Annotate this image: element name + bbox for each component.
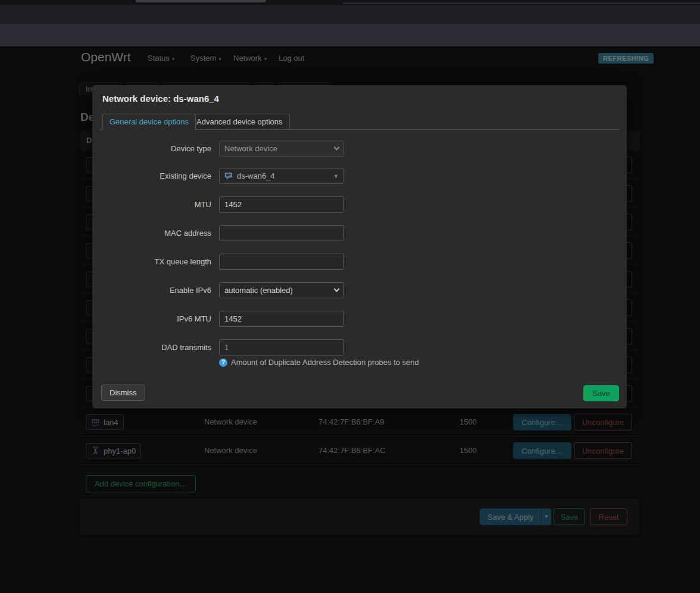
- dad-transmits-input[interactable]: [219, 339, 344, 355]
- field-existing-device: Existing device ds-wan6_4 ▼: [92, 168, 627, 184]
- field-mtu: MTU: [92, 196, 627, 213]
- browser-toolbar: [0, 24, 700, 46]
- enable-ipv6-select[interactable]: automatic (enabled): [219, 282, 344, 298]
- tab-general-device-options[interactable]: General device options: [102, 114, 196, 130]
- browser-tab-bar: [0, 5, 700, 24]
- browser-tab-fragment: [136, 0, 266, 2]
- dad-transmits-help: ? Amount of Duplicate Address Detection …: [219, 358, 419, 367]
- modal-save-button[interactable]: Save: [583, 385, 619, 401]
- network-device-modal: Network device: ds-wan6_4 General device…: [92, 85, 627, 408]
- device-type-select[interactable]: Network device: [219, 141, 344, 157]
- mac-address-input[interactable]: [219, 225, 344, 241]
- field-ipv6-mtu: IPv6 MTU: [92, 311, 627, 327]
- tab-advanced-device-options[interactable]: Advanced device options: [189, 114, 290, 129]
- help-icon: ?: [219, 358, 227, 367]
- field-tx-queue-length: TX queue length: [92, 254, 627, 270]
- ipv6-mtu-input[interactable]: [219, 311, 344, 327]
- tx-queue-length-input[interactable]: [219, 254, 344, 270]
- existing-device-combo[interactable]: ds-wan6_4 ▼: [219, 168, 344, 184]
- browser-chrome-line: [343, 2, 700, 4]
- modal-title: Network device: ds-wan6_4: [102, 93, 219, 104]
- field-device-type: Device type Network device: [92, 141, 627, 157]
- chevron-down-icon: [334, 286, 340, 292]
- dismiss-button[interactable]: Dismiss: [101, 385, 145, 401]
- tunnel-icon: [224, 171, 233, 180]
- field-mac-address: MAC address: [92, 225, 627, 241]
- field-enable-ipv6: Enable IPv6 automatic (enabled): [92, 282, 627, 298]
- dropdown-arrow-icon: ▼: [333, 173, 339, 179]
- mtu-input[interactable]: [219, 196, 344, 213]
- chevron-down-icon: [334, 145, 340, 151]
- field-dad-transmits: DAD transmits: [92, 339, 627, 355]
- screen: OpenWrt Status▾ System▾ Network▾ Log out…: [0, 0, 700, 593]
